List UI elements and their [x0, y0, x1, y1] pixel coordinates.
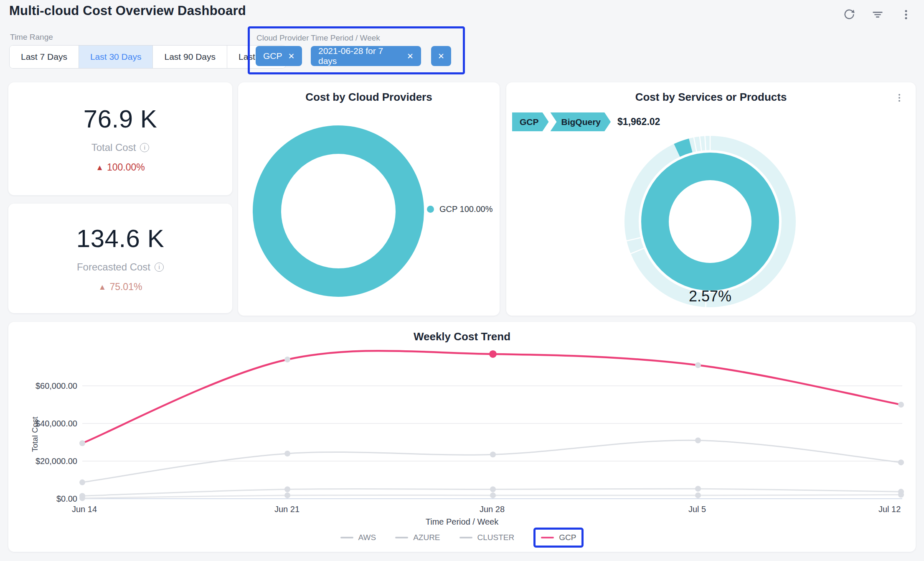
providers-legend-item-gcp[interactable]: GCP 100.00% [427, 204, 493, 214]
total-cost-label: Total Cost i [91, 142, 150, 153]
info-icon[interactable]: i [155, 263, 164, 272]
close-icon: ✕ [438, 51, 444, 61]
legend-item-aws[interactable]: AWS [340, 533, 376, 542]
triangle-up-icon: ▲ [99, 283, 107, 292]
legend-label: CLUSTER [477, 533, 515, 542]
delta-text: 75.01% [109, 281, 142, 293]
chip-remove-icon[interactable]: ✕ [407, 51, 414, 61]
card-more-menu-icon[interactable] [892, 91, 906, 105]
legend-dash-icon [541, 537, 554, 538]
providers-donut-chart [242, 115, 434, 307]
delta-text: 100.00% [107, 162, 145, 173]
legend-label: GCP [559, 533, 576, 542]
legend-label: AWS [358, 533, 376, 542]
time-range-label: Time Range [10, 33, 53, 42]
stat-label-text: Total Cost [91, 142, 136, 153]
services-breadcrumb: GCP BigQuery $1,962.02 [512, 112, 660, 131]
cost-by-services-card: Cost by Services or Products GCP BigQuer… [506, 82, 916, 316]
total-cost-card: 76.9 K Total Cost i ▲ 100.00% [8, 82, 232, 195]
time-range-last-90-days[interactable]: Last 90 Days [152, 46, 227, 68]
legend-dash-icon [459, 537, 472, 538]
x-tick-jul-5: Jul 5 [688, 505, 706, 514]
stat-label-text: Forecasted Cost [77, 261, 150, 273]
dashboard: Multi-cloud Cost Overview Dashboard Time… [0, 0, 924, 561]
forecasted-cost-label: Forecasted Cost i [77, 261, 164, 273]
time-range-segmented-control: Last 7 Days Last 30 Days Last 90 Days La… [9, 45, 286, 69]
x-axis-title: Time Period / Week [8, 517, 916, 527]
legend-item-cluster[interactable]: CLUSTER [459, 533, 515, 542]
time-period-label: Time Period / Week [311, 33, 380, 43]
time-range-last-7-days[interactable]: Last 7 Days [10, 46, 79, 68]
legend-label: AZURE [413, 533, 440, 542]
more-menu-icon[interactable] [899, 8, 913, 22]
cost-by-cloud-providers-card: Cost by Cloud Providers GCP 100.00% [238, 82, 500, 316]
legend-dash-icon [340, 537, 353, 538]
chip-text: GCP [263, 51, 282, 61]
x-tick-jun-14: Jun 14 [72, 505, 97, 514]
x-tick-jun-28: Jun 28 [480, 505, 505, 514]
trend-legend: AWS AZURE CLUSTER GCP [8, 528, 916, 548]
legend-item-gcp annotation-box-gcp-legend[interactable]: GCP [533, 528, 584, 548]
chip-cloud-provider-gcp[interactable]: GCP ✕ [256, 46, 302, 66]
breadcrumb-amount: $1,962.02 [617, 116, 660, 128]
info-icon[interactable]: i [140, 143, 149, 152]
clear-all-filters-button[interactable]: ✕ [431, 46, 451, 66]
triangle-up-icon: ▲ [96, 163, 104, 172]
forecasted-cost-delta: ▲ 75.01% [99, 281, 142, 293]
services-chart-title: Cost by Services or Products [506, 91, 916, 104]
total-cost-value: 76.9 K [84, 105, 157, 133]
services-donut-chart [618, 130, 802, 314]
chip-remove-icon[interactable]: ✕ [288, 51, 295, 61]
forecasted-cost-value: 134.6 K [76, 224, 164, 253]
page-title: Multi-cloud Cost Overview Dashboard [9, 3, 246, 18]
providers-chart-title: Cost by Cloud Providers [238, 91, 500, 104]
breadcrumb-bigquery[interactable]: BigQuery [551, 112, 611, 131]
services-donut-center-value: 2.57% [689, 288, 731, 305]
weekly-cost-trend-card: Weekly Cost Trend $60,000.00 $40,000.00 … [8, 322, 916, 552]
time-range-last-30-days[interactable]: Last 30 Days [79, 46, 153, 68]
x-tick-jul-12: Jul 12 [878, 505, 901, 514]
legend-item-azure[interactable]: AZURE [395, 533, 440, 542]
filter-icon[interactable] [871, 8, 885, 22]
cloud-provider-label: Cloud Provider [256, 33, 309, 43]
x-tick-jun-21: Jun 21 [274, 505, 300, 514]
chip-text: 2021-06-28 for 7 days [318, 46, 401, 66]
legend-label: GCP 100.00% [439, 204, 493, 214]
breadcrumb-gcp[interactable]: GCP [512, 112, 549, 131]
refresh-icon[interactable] [842, 8, 856, 22]
total-cost-delta: ▲ 100.00% [96, 162, 145, 173]
forecasted-cost-card: 134.6 K Forecasted Cost i ▲ 75.01% [8, 204, 232, 313]
chip-time-period[interactable]: 2021-06-28 for 7 days ✕ [311, 46, 421, 66]
legend-dot-icon [427, 206, 434, 213]
header-actions [842, 8, 913, 22]
legend-dash-icon [395, 537, 408, 538]
